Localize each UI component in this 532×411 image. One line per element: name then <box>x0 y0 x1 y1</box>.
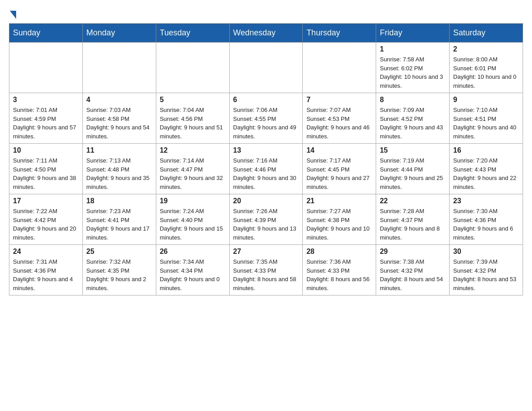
calendar-cell: 10Sunrise: 7:11 AM Sunset: 4:50 PM Dayli… <box>9 144 83 194</box>
day-number: 7 <box>306 96 372 104</box>
day-number: 1 <box>380 45 446 53</box>
calendar-cell: 9Sunrise: 7:10 AM Sunset: 4:51 PM Daylig… <box>450 93 523 144</box>
day-info: Sunrise: 7:17 AM Sunset: 4:45 PM Dayligh… <box>306 156 372 191</box>
day-number: 10 <box>13 146 79 154</box>
calendar-cell: 2Sunrise: 8:00 AM Sunset: 6:01 PM Daylig… <box>450 43 523 93</box>
calendar-cell: 14Sunrise: 7:17 AM Sunset: 4:45 PM Dayli… <box>303 144 376 194</box>
calendar-cell: 22Sunrise: 7:28 AM Sunset: 4:37 PM Dayli… <box>376 194 450 245</box>
calendar-cell: 28Sunrise: 7:36 AM Sunset: 4:33 PM Dayli… <box>303 245 376 295</box>
day-number: 14 <box>306 146 372 154</box>
day-of-week-header: Wednesday <box>229 24 303 43</box>
calendar-cell: 6Sunrise: 7:06 AM Sunset: 4:55 PM Daylig… <box>229 93 303 144</box>
day-info: Sunrise: 7:58 AM Sunset: 6:02 PM Dayligh… <box>380 55 446 90</box>
day-number: 25 <box>86 248 152 256</box>
calendar-table: SundayMondayTuesdayWednesdayThursdayFrid… <box>9 23 523 295</box>
day-info: Sunrise: 7:36 AM Sunset: 4:33 PM Dayligh… <box>306 257 372 292</box>
day-info: Sunrise: 7:26 AM Sunset: 4:39 PM Dayligh… <box>233 207 299 242</box>
day-info: Sunrise: 7:03 AM Sunset: 4:58 PM Dayligh… <box>86 106 152 141</box>
day-number: 11 <box>86 146 152 154</box>
calendar-week-row: 3Sunrise: 7:01 AM Sunset: 4:59 PM Daylig… <box>9 93 523 144</box>
day-info: Sunrise: 7:09 AM Sunset: 4:52 PM Dayligh… <box>380 106 446 141</box>
day-info: Sunrise: 7:11 AM Sunset: 4:50 PM Dayligh… <box>13 156 79 191</box>
day-info: Sunrise: 7:38 AM Sunset: 4:32 PM Dayligh… <box>380 257 446 292</box>
day-number: 28 <box>306 248 372 256</box>
calendar-cell: 18Sunrise: 7:23 AM Sunset: 4:41 PM Dayli… <box>82 194 156 245</box>
logo <box>9 9 16 19</box>
day-info: Sunrise: 7:32 AM Sunset: 4:35 PM Dayligh… <box>86 257 152 292</box>
day-info: Sunrise: 7:23 AM Sunset: 4:41 PM Dayligh… <box>86 207 152 242</box>
day-number: 29 <box>380 248 446 256</box>
calendar-cell: 12Sunrise: 7:14 AM Sunset: 4:47 PM Dayli… <box>156 144 229 194</box>
calendar-cell: 15Sunrise: 7:19 AM Sunset: 4:44 PM Dayli… <box>376 144 450 194</box>
calendar-cell: 20Sunrise: 7:26 AM Sunset: 4:39 PM Dayli… <box>229 194 303 245</box>
calendar-week-row: 1Sunrise: 7:58 AM Sunset: 6:02 PM Daylig… <box>9 43 523 93</box>
day-number: 15 <box>380 146 446 154</box>
day-info: Sunrise: 7:22 AM Sunset: 4:42 PM Dayligh… <box>13 207 79 242</box>
calendar-cell <box>9 43 83 93</box>
day-info: Sunrise: 7:14 AM Sunset: 4:47 PM Dayligh… <box>160 156 226 191</box>
calendar-week-row: 17Sunrise: 7:22 AM Sunset: 4:42 PM Dayli… <box>9 194 523 245</box>
day-info: Sunrise: 7:01 AM Sunset: 4:59 PM Dayligh… <box>13 106 79 141</box>
calendar-cell: 30Sunrise: 7:39 AM Sunset: 4:32 PM Dayli… <box>450 245 523 295</box>
day-number: 12 <box>160 146 226 154</box>
day-info: Sunrise: 7:27 AM Sunset: 4:38 PM Dayligh… <box>306 207 372 242</box>
day-number: 16 <box>453 146 519 154</box>
day-number: 21 <box>306 197 372 205</box>
day-number: 19 <box>160 197 226 205</box>
day-number: 26 <box>160 248 226 256</box>
day-number: 8 <box>380 96 446 104</box>
day-info: Sunrise: 7:28 AM Sunset: 4:37 PM Dayligh… <box>380 207 446 242</box>
day-of-week-header: Saturday <box>450 24 523 43</box>
day-number: 24 <box>13 248 79 256</box>
calendar-cell: 24Sunrise: 7:31 AM Sunset: 4:36 PM Dayli… <box>9 245 83 295</box>
calendar-cell: 25Sunrise: 7:32 AM Sunset: 4:35 PM Dayli… <box>82 245 156 295</box>
page-header <box>9 9 523 19</box>
day-info: Sunrise: 7:06 AM Sunset: 4:55 PM Dayligh… <box>233 106 299 141</box>
day-of-week-header: Sunday <box>9 24 83 43</box>
calendar-cell: 29Sunrise: 7:38 AM Sunset: 4:32 PM Dayli… <box>376 245 450 295</box>
day-number: 4 <box>86 96 152 104</box>
day-info: Sunrise: 7:19 AM Sunset: 4:44 PM Dayligh… <box>380 156 446 191</box>
logo-arrow-icon <box>10 11 16 19</box>
day-number: 17 <box>13 197 79 205</box>
calendar-cell: 8Sunrise: 7:09 AM Sunset: 4:52 PM Daylig… <box>376 93 450 144</box>
day-info: Sunrise: 8:00 AM Sunset: 6:01 PM Dayligh… <box>453 55 519 90</box>
day-number: 3 <box>13 96 79 104</box>
day-number: 27 <box>233 248 299 256</box>
calendar-cell: 19Sunrise: 7:24 AM Sunset: 4:40 PM Dayli… <box>156 194 229 245</box>
day-info: Sunrise: 7:07 AM Sunset: 4:53 PM Dayligh… <box>306 106 372 141</box>
calendar-cell <box>229 43 303 93</box>
day-info: Sunrise: 7:31 AM Sunset: 4:36 PM Dayligh… <box>13 257 79 292</box>
calendar-cell: 26Sunrise: 7:34 AM Sunset: 4:34 PM Dayli… <box>156 245 229 295</box>
day-of-week-header: Monday <box>82 24 156 43</box>
calendar-cell: 16Sunrise: 7:20 AM Sunset: 4:43 PM Dayli… <box>450 144 523 194</box>
calendar-cell <box>156 43 229 93</box>
day-number: 5 <box>160 96 226 104</box>
day-info: Sunrise: 7:24 AM Sunset: 4:40 PM Dayligh… <box>160 207 226 242</box>
day-number: 2 <box>453 45 519 53</box>
day-number: 9 <box>453 96 519 104</box>
day-of-week-header: Thursday <box>303 24 376 43</box>
day-info: Sunrise: 7:30 AM Sunset: 4:36 PM Dayligh… <box>453 207 519 242</box>
day-number: 13 <box>233 146 299 154</box>
calendar-cell <box>82 43 156 93</box>
day-of-week-header: Tuesday <box>156 24 229 43</box>
day-info: Sunrise: 7:35 AM Sunset: 4:33 PM Dayligh… <box>233 257 299 292</box>
day-number: 23 <box>453 197 519 205</box>
calendar-cell: 3Sunrise: 7:01 AM Sunset: 4:59 PM Daylig… <box>9 93 83 144</box>
calendar-week-row: 10Sunrise: 7:11 AM Sunset: 4:50 PM Dayli… <box>9 144 523 194</box>
day-number: 6 <box>233 96 299 104</box>
calendar-cell: 21Sunrise: 7:27 AM Sunset: 4:38 PM Dayli… <box>303 194 376 245</box>
day-number: 22 <box>380 197 446 205</box>
day-info: Sunrise: 7:39 AM Sunset: 4:32 PM Dayligh… <box>453 257 519 292</box>
calendar-cell: 11Sunrise: 7:13 AM Sunset: 4:48 PM Dayli… <box>82 144 156 194</box>
calendar-cell <box>303 43 376 93</box>
day-info: Sunrise: 7:13 AM Sunset: 4:48 PM Dayligh… <box>86 156 152 191</box>
day-info: Sunrise: 7:20 AM Sunset: 4:43 PM Dayligh… <box>453 156 519 191</box>
day-number: 20 <box>233 197 299 205</box>
calendar-cell: 17Sunrise: 7:22 AM Sunset: 4:42 PM Dayli… <box>9 194 83 245</box>
calendar-cell: 5Sunrise: 7:04 AM Sunset: 4:56 PM Daylig… <box>156 93 229 144</box>
day-info: Sunrise: 7:10 AM Sunset: 4:51 PM Dayligh… <box>453 106 519 141</box>
calendar-cell: 13Sunrise: 7:16 AM Sunset: 4:46 PM Dayli… <box>229 144 303 194</box>
calendar-cell: 1Sunrise: 7:58 AM Sunset: 6:02 PM Daylig… <box>376 43 450 93</box>
